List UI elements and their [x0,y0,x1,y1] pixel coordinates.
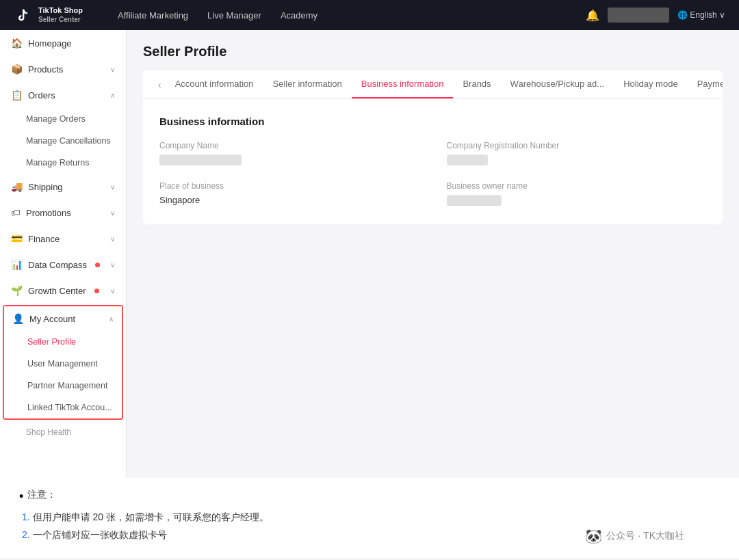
company-name-field: Company Name [159,141,419,168]
tiktok-logo-icon [14,5,33,25]
chevron-down-icon: ∨ [110,183,115,191]
info-grid: Company Name Company Registration Number… [159,141,706,208]
business-owner-value [447,195,707,208]
sidebar-label-finance: Finance [28,234,60,244]
company-name-value [159,155,419,168]
blurred-company-name [159,155,242,165]
nav-affiliate-marketing[interactable]: Affiliate Marketing [118,10,188,21]
tab-brands[interactable]: Brands [453,70,500,98]
sidebar-item-promotions[interactable]: 🏷 Promotions ∨ [0,200,126,226]
business-owner-field: Business owner name [447,181,707,208]
notification-dot [94,289,99,293]
sidebar-item-seller-profile[interactable]: Seller Profile [4,331,122,353]
tab-warehouse[interactable]: Warehouse/Pickup ad... [501,70,614,98]
sidebar-label-products: Products [28,64,63,75]
sidebar-item-growth-center[interactable]: 🌱 Growth Center ∨ [0,278,126,304]
sidebar-label-promotions: Promotions [26,208,71,218]
my-account-section: 👤 My Account ∧ Seller Profile User Manag… [3,305,123,420]
orders-icon: 📋 [11,90,23,101]
place-of-business-label: Place of business [159,181,419,191]
annotation-item-1: 1. 但用户能申请 20 张，如需增卡，可联系您的客户经理。 [19,511,720,524]
card-section-title: Business information [159,116,706,127]
sidebar-label-growth-center: Growth Center [28,286,86,296]
sidebar-item-linked-tiktok[interactable]: Linked TikTok Accou... [4,397,122,418]
logo-shop-text: TikTok Shop [38,6,83,15]
growth-center-icon: 🌱 [11,285,23,296]
tab-business-info[interactable]: Business information [352,70,454,98]
sidebar-item-partner-management[interactable]: Partner Management [4,375,122,397]
business-owner-label: Business owner name [447,181,707,191]
chevron-up-icon: ∧ [110,92,115,99]
language-selector[interactable]: 🌐 English ∨ [677,10,725,20]
branding-text: 公众号 · TK大咖社 [606,530,684,542]
company-reg-value [447,155,707,168]
logo: TikTok Shop Seller Center [14,5,96,25]
annotation-num-2: 2. [22,529,30,542]
chevron-down-icon: ∨ [110,66,115,73]
tabs-container: ‹ Account information Seller information… [143,70,723,99]
sidebar-item-products[interactable]: 📦 Products ∨ [0,56,126,82]
page-title: Seller Profile [143,44,723,59]
chevron-down-icon: ∨ [110,235,115,243]
sidebar-label-data-compass: Data Compass [28,260,87,270]
sidebar-item-orders[interactable]: 📋 Orders ∧ [0,82,126,108]
sidebar-item-manage-returns[interactable]: Manage Returns [0,152,126,174]
sidebar: 🏠 Homepage 📦 Products ∨ 📋 Orders ∧ Manag… [0,30,127,478]
chevron-down-icon: ∨ [110,209,115,217]
sidebar-item-shop-health[interactable]: Shop Health [0,421,126,443]
main-content: Seller Profile ‹ Account information Sel… [127,30,739,478]
main-layout: 🏠 Homepage 📦 Products ∨ 📋 Orders ∧ Manag… [0,30,739,478]
bell-icon[interactable]: 🔔 [586,9,599,22]
sidebar-label-homepage: Homepage [28,38,72,49]
chevron-up-icon: ∧ [109,315,114,323]
sidebar-item-finance[interactable]: 💳 Finance ∨ [0,226,126,252]
tab-payments[interactable]: Payments [688,70,723,98]
nav-right: 🔔 🌐 English ∨ [586,8,725,23]
annotation-text-2: 一个店铺对应一张收款虚拟卡号 [33,529,167,542]
sidebar-label-shipping: Shipping [28,182,63,192]
business-info-card: Business information Company Name Compan… [143,99,723,224]
company-reg-field: Company Registration Number [447,141,707,168]
nav-links: Affiliate Marketing Live Manager Academy [118,10,564,21]
company-name-label: Company Name [159,141,419,150]
note-label: 注意： [27,489,56,501]
notification-dot [95,263,100,267]
wechat-icon: 🐼 [585,528,602,544]
finance-icon: 💳 [11,233,23,244]
sidebar-item-manage-orders[interactable]: Manage Orders [0,108,126,130]
shipping-icon: 🚚 [11,181,23,192]
tab-holiday-mode[interactable]: Holiday mode [614,70,688,98]
chevron-down-icon: ∨ [110,261,115,269]
blurred-business-owner [447,195,502,206]
sidebar-label-orders: Orders [28,90,55,101]
sidebar-item-data-compass[interactable]: 📊 Data Compass ∨ [0,252,126,278]
tab-account-info[interactable]: Account information [166,70,263,98]
homepage-icon: 🏠 [11,38,23,49]
nav-academy[interactable]: Academy [281,10,317,21]
my-account-icon: 👤 [12,313,24,324]
sidebar-item-user-management[interactable]: User Management [4,353,122,375]
annotation-num-1: 1. [22,511,30,524]
company-reg-label: Company Registration Number [447,141,707,150]
sidebar-item-shipping[interactable]: 🚚 Shipping ∨ [0,174,126,200]
sidebar-label-my-account: My Account [29,314,75,324]
place-of-business-field: Place of business Singapore [159,181,419,208]
place-of-business-value: Singapore [159,195,419,205]
wechat-branding: 🐼 公众号 · TK大咖社 [585,528,684,544]
data-compass-icon: 📊 [11,259,23,270]
tabs-left-arrow[interactable]: ‹ [154,79,166,90]
sidebar-item-manage-cancellations[interactable]: Manage Cancellations [0,130,126,152]
chevron-down-icon: ∨ [110,287,115,295]
promotions-icon: 🏷 [11,207,21,218]
sidebar-item-homepage[interactable]: 🏠 Homepage [0,30,126,56]
top-navigation: TikTok Shop Seller Center Affiliate Mark… [0,0,739,30]
annotation-text-1: 但用户能申请 20 张，如需增卡，可联系您的客户经理。 [33,511,269,524]
blurred-company-reg [447,155,488,165]
products-icon: 📦 [11,64,23,75]
sidebar-item-my-account[interactable]: 👤 My Account ∧ [4,306,122,331]
tab-seller-info[interactable]: Seller information [263,70,352,98]
nav-live-manager[interactable]: Live Manager [207,10,261,21]
logo-subtitle-text: Seller Center [38,16,83,24]
user-badge[interactable] [608,8,669,23]
bullet-icon: • [19,489,23,505]
